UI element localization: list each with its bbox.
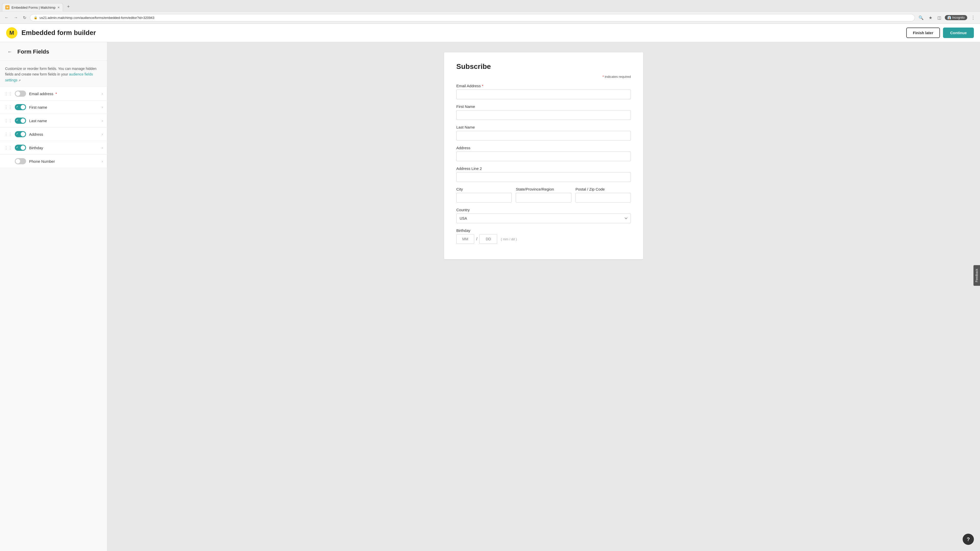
drag-handle-address[interactable]: ⋮⋮ — [4, 132, 12, 137]
app-header: M Embedded form builder Finish later Con… — [0, 24, 980, 42]
form-group-address: Address — [456, 146, 631, 161]
active-tab[interactable]: M Embedded Forms | Mailchimp × — [2, 3, 63, 11]
email-label: Email Address * — [456, 84, 631, 88]
menu-button[interactable]: ⋮ — [969, 14, 977, 21]
toggle-last-name[interactable]: ✓ — [15, 118, 26, 124]
toggle-birthday[interactable]: ✓ — [15, 144, 26, 151]
required-star-note: * — [603, 75, 604, 79]
field-label-last-name: Last name — [29, 119, 102, 123]
toggle-email[interactable] — [15, 91, 26, 97]
birthday-dd-input[interactable] — [479, 234, 497, 244]
forward-nav-button[interactable]: → — [12, 14, 19, 21]
drag-handle-email[interactable]: ⋮⋮ — [4, 91, 12, 96]
main-layout: ← Form Fields Customize or reorder form … — [0, 42, 980, 551]
form-group-country: Country USA Canada United Kingdom Austra… — [456, 208, 631, 223]
tab-close-button[interactable]: × — [57, 5, 59, 10]
required-star-email: * — [56, 92, 57, 96]
field-list: ⋮⋮ Email address * › ⋮⋮ ✓ — [0, 87, 107, 551]
address-bar: ← → ↻ 🔒 us21.admin.mailchimp.com/audienc… — [0, 11, 980, 24]
country-label: Country — [456, 208, 631, 212]
extensions-button[interactable]: ◫ — [936, 14, 943, 21]
toggle-address[interactable]: ✓ — [15, 131, 26, 137]
field-item-phone[interactable]: ⋮⋮ Phone Number › — [0, 155, 107, 168]
toggle-slider-birthday: ✓ — [15, 144, 26, 151]
app-logo: M — [6, 27, 18, 38]
email-input[interactable] — [456, 89, 631, 99]
last-name-input[interactable] — [456, 131, 631, 141]
email-required-star: * — [482, 84, 484, 88]
back-button[interactable]: ← — [5, 47, 14, 56]
city-input[interactable] — [456, 193, 512, 203]
address-input[interactable] — [456, 151, 631, 161]
chevron-right-last-name: › — [102, 119, 103, 123]
field-item-email[interactable]: ⋮⋮ Email address * › — [0, 87, 107, 100]
chevron-right-first-name: › — [102, 105, 103, 109]
reload-button[interactable]: ↻ — [21, 14, 28, 21]
toggle-knob-last-name — [21, 118, 25, 123]
finish-later-button[interactable]: Finish later — [906, 27, 940, 38]
city-state-zip-row: City State/Province/Region Postal / Zip … — [456, 187, 631, 208]
address2-label: Address Line 2 — [456, 166, 631, 171]
birthday-mm-input[interactable] — [456, 234, 474, 244]
chevron-right-email: › — [102, 92, 103, 96]
first-name-input[interactable] — [456, 110, 631, 120]
field-item-address[interactable]: ⋮⋮ ✓ Address › — [0, 127, 107, 141]
field-label-phone: Phone Number — [29, 159, 102, 164]
incognito-badge[interactable]: 👔 Incognito — [945, 15, 967, 20]
panel-header: ← Form Fields — [0, 42, 107, 61]
toggle-knob-address — [21, 132, 25, 137]
back-nav-button[interactable]: ← — [3, 14, 10, 21]
toggle-check-address: ✓ — [16, 132, 18, 135]
field-label-email: Email address * — [29, 92, 102, 96]
form-group-last-name: Last Name — [456, 125, 631, 141]
continue-button[interactable]: Continue — [943, 27, 974, 38]
drag-handle-birthday[interactable]: ⋮⋮ — [4, 145, 12, 150]
toggle-knob-email — [16, 91, 20, 96]
birthday-label: Birthday — [456, 228, 631, 233]
city-label: City — [456, 187, 512, 191]
toggle-phone[interactable] — [15, 158, 26, 164]
header-actions: Finish later Continue — [906, 27, 974, 38]
toggle-first-name[interactable]: ✓ — [15, 104, 26, 110]
chevron-right-address: › — [102, 132, 103, 136]
browser-actions: 🔍 ★ ◫ 👔 Incognito ⋮ — [917, 14, 977, 21]
content-area: Subscribe * indicates required Email Add… — [107, 42, 980, 551]
field-item-last-name[interactable]: ⋮⋮ ✓ Last name › — [0, 114, 107, 127]
svg-text:M: M — [10, 30, 14, 36]
help-button[interactable]: ? — [963, 534, 974, 545]
browser-chrome: M Embedded Forms | Mailchimp × + ← → ↻ 🔒… — [0, 0, 980, 24]
form-group-city: City — [456, 187, 512, 203]
state-label: State/Province/Region — [516, 187, 571, 191]
incognito-icon: 👔 — [947, 16, 951, 19]
search-button[interactable]: 🔍 — [917, 14, 925, 21]
last-name-label: Last Name — [456, 125, 631, 129]
bookmark-button[interactable]: ★ — [927, 14, 934, 21]
form-group-email: Email Address * — [456, 84, 631, 99]
app-title: Embedded form builder — [21, 29, 96, 37]
feedback-tab[interactable]: Feedback — [974, 265, 980, 286]
address-input[interactable]: 🔒 us21.admin.mailchimp.com/audience/form… — [30, 14, 915, 21]
field-label-address: Address — [29, 132, 102, 137]
first-name-label: First Name — [456, 104, 631, 109]
chevron-right-birthday: › — [102, 146, 103, 150]
form-group-birthday: Birthday / ( mm / dd ) — [456, 228, 631, 244]
toggle-slider-last-name: ✓ — [15, 118, 26, 124]
birthday-row: / ( mm / dd ) — [456, 234, 631, 244]
left-panel: ← Form Fields Customize or reorder form … — [0, 42, 107, 551]
address2-input[interactable] — [456, 172, 631, 182]
toggle-knob-phone — [16, 159, 20, 164]
new-tab-button[interactable]: + — [64, 2, 73, 11]
zip-input[interactable] — [576, 193, 631, 203]
drag-handle-last-name[interactable]: ⋮⋮ — [4, 118, 12, 123]
field-item-first-name[interactable]: ⋮⋮ ✓ First name › — [0, 100, 107, 114]
field-label-first-name: First name — [29, 105, 102, 110]
panel-description: Customize or reorder form fields. You ca… — [0, 61, 107, 87]
drag-handle-first-name[interactable]: ⋮⋮ — [4, 105, 12, 110]
country-select[interactable]: USA Canada United Kingdom Australia Othe… — [456, 213, 631, 223]
field-item-birthday[interactable]: ⋮⋮ ✓ Birthday › — [0, 141, 107, 155]
state-input[interactable] — [516, 193, 571, 203]
address-label: Address — [456, 146, 631, 150]
zip-label: Postal / Zip Code — [576, 187, 631, 191]
form-group-address2: Address Line 2 — [456, 166, 631, 182]
field-label-birthday: Birthday — [29, 146, 102, 150]
